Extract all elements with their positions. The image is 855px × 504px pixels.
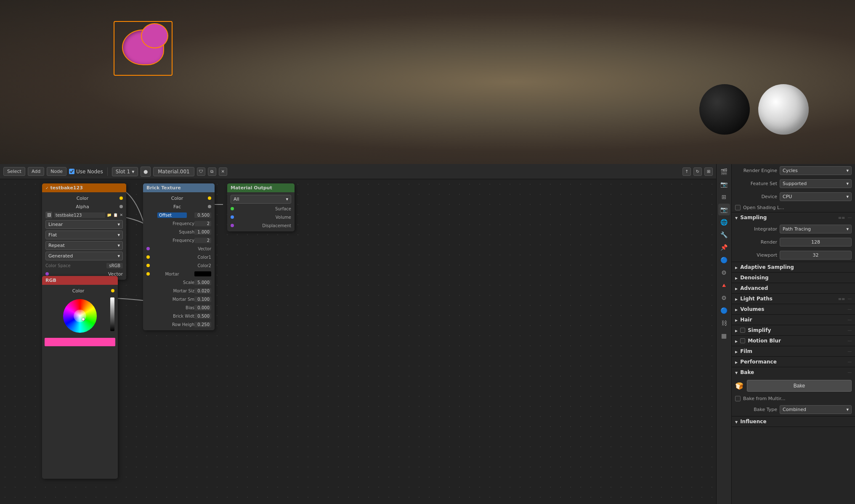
color-wheel[interactable] xyxy=(63,299,97,333)
row-height-row: Row Heigh 0.250 xyxy=(143,320,215,329)
surface-socket[interactable] xyxy=(231,207,234,210)
sidebar-icon-particles[interactable]: ⚙ xyxy=(718,292,730,304)
render-samples-input[interactable]: 128 xyxy=(780,238,852,247)
light-paths-header[interactable]: Light Paths ≡≡ ··· xyxy=(732,294,855,304)
film-header[interactable]: Film ··· xyxy=(732,346,855,356)
sidebar-icon-constraints[interactable]: ⛓ xyxy=(718,317,730,329)
brick-texture-node: Brick Texture Color Fac xyxy=(143,183,215,330)
material-name[interactable]: Material.001 xyxy=(153,167,194,176)
viewport-label: Viewport xyxy=(735,252,777,258)
offset-field[interactable]: Offset xyxy=(157,212,187,218)
brick-width-row: Brick Widt 0.500 xyxy=(143,312,215,320)
node-button[interactable]: Node xyxy=(47,167,66,176)
sidebar-icon-render[interactable]: 📷 xyxy=(718,204,730,215)
device-label: Device xyxy=(735,194,777,199)
hair-arrow xyxy=(735,317,738,323)
brick-header: Brick Texture xyxy=(143,183,215,192)
motion-blur-title: Motion Blur xyxy=(748,338,845,344)
viewport-3d[interactable] xyxy=(0,0,855,164)
color-brightness-slider[interactable] xyxy=(110,297,114,331)
brick-color-socket[interactable] xyxy=(208,196,211,200)
hair-section: Hair ··· xyxy=(732,315,855,325)
sphere-icon[interactable]: ● xyxy=(141,167,151,177)
sampling-header[interactable]: Sampling ≡≡ ··· xyxy=(732,212,855,223)
material-output-node: Material Output All▾ Surface xyxy=(227,183,295,231)
sidebar-icon-world[interactable]: ⊞ xyxy=(718,191,730,203)
advanced-title: Advanced xyxy=(740,285,852,291)
integrator-dropdown[interactable]: Path Tracing▾ xyxy=(780,225,852,233)
adaptive-sampling-header[interactable]: Adaptive Sampling xyxy=(732,262,855,272)
sidebar-icon-physics[interactable]: 🔵 xyxy=(718,305,730,316)
denoising-header[interactable]: Denoising xyxy=(732,273,855,283)
motion-blur-checkbox[interactable] xyxy=(740,338,745,343)
select-button[interactable]: Select xyxy=(3,167,25,176)
hair-header[interactable]: Hair ··· xyxy=(732,315,855,325)
advanced-header[interactable]: Advanced xyxy=(732,283,855,293)
interpolation-dropdown[interactable]: Linear▾ xyxy=(45,220,123,229)
bake-header[interactable]: Bake ··· xyxy=(732,367,855,377)
icon-sidebar: 🎬 📷 ⊞ 📷 🌐 🔧 📌 🔵 ⚙ 🔺 ⚙ 🔵 ⛓ ▦ xyxy=(717,164,732,504)
sidebar-icon-view-layer[interactable]: 🔧 xyxy=(718,229,730,241)
open-shading-checkbox[interactable] xyxy=(735,205,741,210)
add-button[interactable]: Add xyxy=(28,167,44,176)
pig-selection-outline xyxy=(114,21,173,76)
mortar-row: Mortar xyxy=(143,270,215,278)
history-icon[interactable]: ↻ xyxy=(693,167,702,176)
freq2-row: Frequency 2 xyxy=(143,236,215,244)
rgb-color-socket[interactable] xyxy=(111,289,114,292)
sidebar-icon-scene[interactable]: 🎬 xyxy=(718,166,730,178)
use-nodes-checkbox[interactable]: Use Nodes xyxy=(69,169,103,175)
source-dropdown[interactable]: Generated▾ xyxy=(45,252,123,260)
layout-icon[interactable]: ⊞ xyxy=(704,167,713,176)
volumes-header[interactable]: Volumes ··· xyxy=(732,304,855,314)
sidebar-icon-modifiers[interactable]: 🔺 xyxy=(718,279,730,291)
color-wheel-container xyxy=(42,295,118,337)
light-paths-title: Light Paths xyxy=(740,296,836,302)
feature-set-dropdown[interactable]: Supported▾ xyxy=(780,179,852,188)
viewport-samples-input[interactable]: 32 xyxy=(780,251,852,260)
copy-icon[interactable]: ⧉ xyxy=(208,167,216,176)
displacement-socket[interactable] xyxy=(231,224,234,227)
color2-socket[interactable] xyxy=(146,264,150,267)
bake-type-dropdown[interactable]: Combined▾ xyxy=(780,405,852,414)
performance-arrow xyxy=(735,359,738,365)
shield-icon[interactable]: 🛡 xyxy=(197,167,205,176)
motion-blur-header[interactable]: Motion Blur ··· xyxy=(732,336,855,346)
alpha-socket[interactable] xyxy=(119,205,123,208)
device-dropdown[interactable]: CPU▾ xyxy=(780,192,852,201)
vector-input-socket[interactable] xyxy=(45,272,49,276)
render-engine-dropdown[interactable]: Cycles▾ xyxy=(780,166,852,175)
volume-socket[interactable] xyxy=(231,215,234,219)
color-wheel-cursor[interactable] xyxy=(82,318,85,321)
brick-fac-socket[interactable] xyxy=(208,205,211,208)
simplify-header[interactable]: Simplify ··· xyxy=(732,325,855,335)
sidebar-icon-data[interactable]: ▦ xyxy=(718,330,730,342)
vector-in-socket[interactable] xyxy=(146,247,150,250)
color-swatch[interactable] xyxy=(45,338,115,346)
slot-dropdown[interactable]: Slot 1 ▾ xyxy=(112,167,138,176)
sidebar-icon-object-props[interactable]: ⚙ xyxy=(718,267,730,279)
mortar-socket[interactable] xyxy=(146,272,150,276)
simplify-arrow xyxy=(735,327,738,333)
extension-dropdown[interactable]: Flat▾ xyxy=(45,231,123,239)
performance-title: Performance xyxy=(740,359,845,365)
simplify-checkbox[interactable] xyxy=(740,328,745,333)
sidebar-icon-world-props[interactable]: 🔵 xyxy=(718,254,730,266)
sidebar-icon-scene-props[interactable]: 📌 xyxy=(718,241,730,253)
repeat-dropdown[interactable]: Repeat▾ xyxy=(45,241,123,250)
material-all-dropdown[interactable]: All▾ xyxy=(231,195,291,204)
color1-socket[interactable] xyxy=(146,255,150,259)
sampling-section: Sampling ≡≡ ··· Integrator Path Tracing▾… xyxy=(732,212,855,262)
upload-icon[interactable]: ↑ xyxy=(682,167,691,176)
color1-row: Color1 xyxy=(143,253,215,261)
bake-from-multi-checkbox[interactable] xyxy=(735,396,741,401)
mortar-color-preview xyxy=(194,271,211,276)
sidebar-icon-output[interactable]: 🌐 xyxy=(718,216,730,228)
bake-button[interactable]: Bake xyxy=(747,380,852,392)
color-socket[interactable] xyxy=(119,196,123,200)
performance-header[interactable]: Performance ··· xyxy=(732,357,855,367)
sidebar-icon-object[interactable]: 📷 xyxy=(718,178,730,190)
influence-header[interactable]: Influence xyxy=(732,416,855,427)
integrator-row: Integrator Path Tracing▾ xyxy=(732,223,855,236)
close-icon[interactable]: ✕ xyxy=(219,167,227,176)
